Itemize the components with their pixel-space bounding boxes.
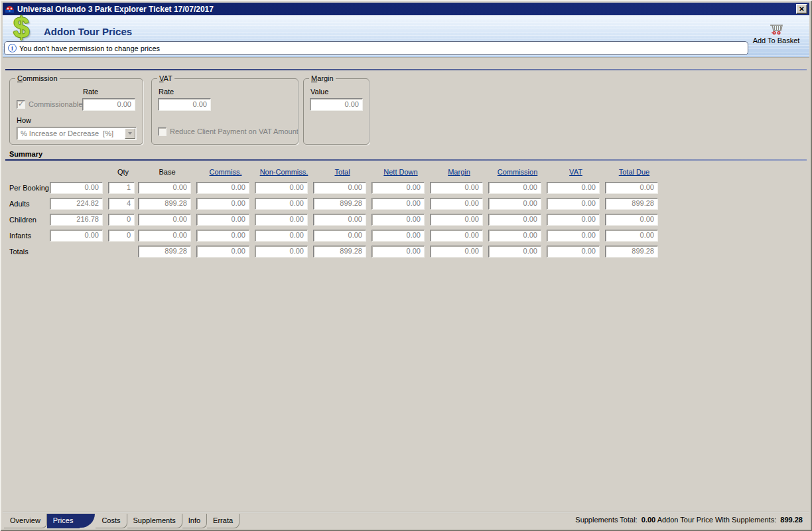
column-header-line1: Base [159,166,175,179]
permission-notice-text: You don't have permission to change pric… [19,44,160,52]
margin-group-label: Margin [309,74,336,82]
per-booking-margin-field: 0.00 [430,182,483,194]
row-label-children: Children [9,212,50,228]
children-total-prices-field: 0.00 [313,214,366,226]
column-header-line2: Nett Down [383,166,417,179]
infants-margin-field: 0.00 [430,230,483,242]
per-booking-non-commiss-charges-field: 0.00 [255,182,308,194]
supplements-total-label: Supplements Total: [575,516,637,524]
reduce-client-payment-label: Reduce Client Payment on VAT Amount [170,127,299,135]
children-non-commiss-charges-field: 0.00 [255,214,308,226]
adults-total-prices-field: 899.28 [313,198,366,210]
infants-non-commiss-charges-field: 0.00 [255,230,308,242]
permission-notice: i You don't have permission to change pr… [4,41,748,55]
row-label-adults: Adults [9,196,50,212]
column-header-line2: Qty [117,166,129,179]
commissionable-label: Commissionable [29,100,82,108]
totals-commission-amount-field: 0.00 [488,246,541,258]
infants-total-due-to-company-field: 0.00 [605,230,658,242]
vat-groupbox: VAT Rate 0.00 Reduce Client Payment on V… [151,78,299,145]
chevron-down-icon [128,132,132,135]
supplements-total-value: 0.00 [642,516,655,524]
commission-rate-field: 0.00 [82,98,135,111]
totals-total-due-to-company-field: 899.28 [605,246,658,258]
margin-value-field: 0.00 [310,98,363,111]
children-base-prices-field: 0.00 [138,214,191,226]
infants-commission-amount-field: 0.00 [488,230,541,242]
totals-nett-down-field: 0.00 [372,246,425,258]
column-header-line1: Total [334,166,350,179]
close-button[interactable]: ✕ [796,4,807,14]
dollar-icon: $ [13,11,29,44]
tab-overview[interactable]: Overview [4,514,47,528]
tab-prices[interactable]: Prices [47,514,80,528]
adults-total-due-to-company-field: 899.28 [605,198,658,210]
adults-non-commiss-charges-field: 0.00 [255,198,308,210]
summary-table: QtyBasePricesCommiss.ChargesNon-Commiss.… [9,164,666,260]
per-booking-commiss-charges-field: 0.00 [196,182,249,194]
column-header-line1: Non-Commiss. [260,166,308,179]
dialog-window: Universal Orlando 3 Park Explorer Ticket… [0,0,812,531]
window-title: Universal Orlando 3 Park Explorer Ticket… [17,5,214,14]
infants-base-prices-field: 0.00 [138,230,191,242]
with-supplements-value: 899.28 [780,516,803,524]
commission-group-label: Commission [15,74,60,82]
with-supplements-label: Addon Tour Price With Supplements: [657,516,777,524]
adults-commiss-charges-field: 0.00 [196,198,249,210]
commission-groupbox: Commission Rate 0.00 Commissionable How … [9,78,143,145]
adults-margin-field: 0.00 [430,198,483,210]
children-margin-field: 0.00 [430,214,483,226]
children-commission-amount-field: 0.00 [488,214,541,226]
column-header-line1: Commission [498,166,538,179]
totals-vat-field: 0.00 [547,246,600,258]
tab-costs[interactable]: Costs [96,514,127,528]
adults-base-prices-field: 899.28 [138,198,191,210]
summary-divider [5,159,807,161]
per-booking-base-prices-field: 0.00 [138,182,191,194]
per-booking-total-due-to-company-field: 0.00 [605,182,658,194]
add-to-basket-button[interactable]: Add To Basket [748,23,804,44]
infants-vat-field: 0.00 [547,230,600,242]
adults-vat-field: 0.00 [547,198,600,210]
children-qty-field: 0 [108,214,135,226]
per-booking-qty-field: 1 [108,182,135,194]
children-total-due-to-company-field: 0.00 [605,214,658,226]
totals-base-prices-field: 899.28 [138,246,191,258]
totals-non-commiss-charges-field: 0.00 [255,246,308,258]
column-header-line1: Commiss. [210,166,242,179]
adults-qty-field: 4 [108,198,135,210]
tab-supplements[interactable]: Supplements [127,514,182,528]
children-unit-price-field: 216.78 [50,214,103,226]
margin-groupbox: Margin Value 0.00 [303,78,370,145]
infants-commiss-charges-field: 0.00 [196,230,249,242]
row-label-per-booking: Per Booking [9,180,50,196]
infants-qty-field: 0 [108,230,135,242]
children-vat-field: 0.00 [547,214,600,226]
status-bar: Supplements Total: 0.00 Addon Tour Price… [575,516,803,524]
adults-unit-price-field: 224.82 [50,198,103,210]
tab-errata[interactable]: Errata [207,514,239,528]
children-nett-down-field: 0.00 [372,214,425,226]
adults-commission-amount-field: 0.00 [488,198,541,210]
column-header-line2: Margin [448,166,470,179]
vat-rate-label: Rate [159,88,174,96]
cart-icon [768,23,785,35]
infants-nett-down-field: 0.00 [372,230,425,242]
add-to-basket-label: Add To Basket [753,37,800,44]
summary-section-label: Summary [9,150,42,158]
commission-rate-label: Rate [83,88,98,96]
header-banner: $ Addon Tour Prices i You don't have per… [3,15,809,58]
commissionable-checkbox [17,100,25,109]
infants-unit-price-field: 0.00 [50,230,103,242]
info-icon: i [8,44,17,52]
per-booking-total-prices-field: 0.00 [313,182,366,194]
infants-total-prices-field: 0.00 [313,230,366,242]
per-booking-nett-down-field: 0.00 [372,182,425,194]
reduce-client-payment-checkbox [158,127,167,136]
per-booking-unit-price-field: 0.00 [50,182,103,194]
totals-commiss-charges-field: 0.00 [196,246,249,258]
per-booking-commission-amount-field: 0.00 [488,182,541,194]
vat-rate-field: 0.00 [158,98,211,111]
tab-info[interactable]: Info [182,514,207,528]
row-label-totals: Totals [9,244,50,260]
